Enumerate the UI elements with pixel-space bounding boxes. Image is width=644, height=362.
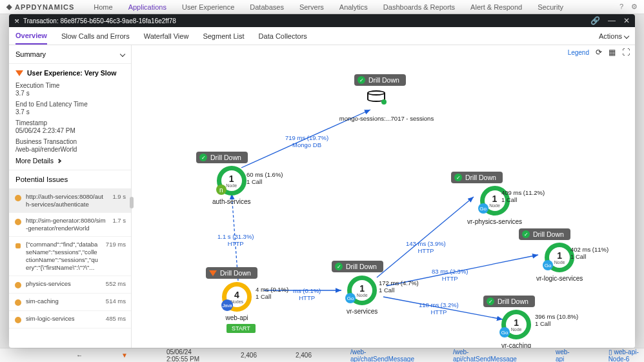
caching-label: vr-caching	[501, 342, 531, 348]
start-badge: START	[226, 324, 256, 333]
tab-segment-list[interactable]: Segment List	[203, 28, 244, 44]
summary-header[interactable]: Summary	[9, 45, 131, 64]
logic-label: vr-logic-services	[536, 275, 583, 282]
node-auth[interactable]: 1Node n auth-services	[212, 166, 250, 205]
nginx-badge-icon: n	[216, 185, 226, 195]
go-badge-icon: Go	[345, 293, 356, 303]
potential-issues-list: http://auth-services:8080/auth-services/…	[9, 189, 131, 348]
issue-text: sim-caching	[26, 297, 99, 305]
drilldown-physics[interactable]: ✓Drill Down	[451, 172, 503, 183]
tab-slow-calls[interactable]: Slow Calls and Errors	[61, 28, 130, 44]
tab-waterfall[interactable]: Waterfall View	[144, 28, 189, 44]
svg-point-1	[15, 219, 21, 225]
svg-rect-2	[15, 243, 21, 248]
tab-data-collectors[interactable]: Data Collectors	[259, 28, 307, 44]
modal-titlebar: ⤧ Transaction: 86e8f756-b650-46c3-9ae8-1…	[9, 14, 635, 27]
webapi-metrics: 4 ms (0.1%) 1 Call	[256, 286, 288, 300]
e2e-latency-label: End to End Latency Time	[15, 101, 125, 108]
transaction-modal: ⤧ Transaction: 86e8f756-b650-46c3-9ae8-1…	[9, 14, 635, 348]
nav-servers[interactable]: Servers	[299, 3, 324, 11]
auth-metrics: 60 ms (1.6%) 1 Call	[247, 171, 283, 185]
issue-text: physics-services	[26, 280, 99, 288]
branch-icon: ⤧	[14, 17, 19, 25]
issue-duration: 719 ms	[106, 241, 126, 248]
issue-duration: 485 ms	[106, 315, 126, 322]
drilldown-caching[interactable]: ✓Drill Down	[483, 296, 535, 307]
issue-duration: 552 ms	[106, 280, 126, 287]
modal-tabbar: Overview Slow Calls and Errors Waterfall…	[9, 27, 635, 45]
fullscreen-icon[interactable]: ⛶	[622, 48, 630, 57]
more-details-link[interactable]: More Details	[15, 157, 125, 165]
sidebar-resize-handle[interactable]	[130, 197, 134, 208]
link-icon[interactable]: 🔗	[590, 16, 600, 25]
flowmap-pane[interactable]: Legend ⟳ ▦ ⛶ ✓Drill Dow	[132, 45, 635, 348]
nav-home[interactable]: Home	[94, 3, 112, 11]
timestamp-label: Timestamp	[15, 119, 125, 126]
drilldown-logic[interactable]: ✓Drill Down	[519, 228, 570, 240]
node-vrservices[interactable]: 1Node Go vr-services	[347, 276, 377, 315]
service-icon	[14, 281, 22, 289]
bg-app-header: ◆ APPDYNAMICS Home Applications User Exp…	[0, 0, 644, 14]
minimize-icon[interactable]: —	[608, 16, 616, 25]
nav-alert[interactable]: Alert & Respond	[470, 3, 522, 11]
actions-menu[interactable]: Actions	[599, 32, 629, 40]
go-badge-icon: Go	[499, 327, 510, 337]
issue-text: {"command":"find","databaseName":"sessio…	[26, 241, 99, 272]
chevron-right-icon	[57, 158, 61, 163]
svg-point-4	[15, 299, 21, 306]
refresh-icon[interactable]: ⟳	[596, 48, 602, 57]
go-badge-icon: Go	[543, 260, 553, 270]
tab-overview[interactable]: Overview	[15, 28, 47, 45]
nav-analytics[interactable]: Analytics	[339, 3, 368, 11]
drilldown-auth[interactable]: ✓Drill Down	[196, 152, 248, 163]
issue-item[interactable]: {"command":"find","databaseName":"sessio…	[9, 237, 131, 276]
bg-footer-row: ← ▼ 05/06/24 2:05:55 PM 2,406 2,406 /web…	[0, 348, 644, 362]
drilldown-mongo[interactable]: ✓Drill Down	[354, 74, 406, 86]
edge-web-auth: 1.1 s (31.3%) HTTP	[217, 233, 254, 247]
db-call-icon	[14, 242, 22, 250]
database-icon	[367, 90, 385, 103]
fit-icon[interactable]: ▦	[609, 48, 616, 57]
legend-link[interactable]: Legend	[568, 49, 589, 56]
settings-icon[interactable]: ⚙	[631, 3, 638, 11]
vrservices-label: vr-services	[347, 308, 377, 315]
node-mongo[interactable]	[367, 90, 385, 103]
edge-vr-logic: 83 ms (2.3%) HTTP	[432, 268, 468, 282]
issue-item[interactable]: physics-services 552 ms	[9, 276, 131, 294]
drilldown-vrservices[interactable]: ✓Drill Down	[332, 261, 383, 272]
brand-logo: ◆ APPDYNAMICS	[6, 3, 74, 11]
timestamp-value: 05/06/24 2:23:47 PM	[15, 127, 125, 134]
issue-item[interactable]: http://auth-services:8080/auth-services/…	[9, 189, 131, 213]
nav-db[interactable]: Databases	[250, 3, 284, 11]
mongo-label: mongo-sessions:...7017 - sessions	[332, 115, 441, 122]
exec-time-value: 3.7 s	[15, 90, 125, 97]
potential-issues-header: Potential Issues	[9, 170, 131, 189]
issue-item[interactable]: sim-logic-services 485 ms	[9, 311, 131, 328]
help-icon[interactable]: ?	[619, 3, 623, 11]
edge-web-vr: ms (0.1%) HTTP	[293, 287, 321, 301]
nav-security[interactable]: Security	[538, 3, 563, 11]
very-slow-icon	[15, 70, 23, 76]
node-webapi[interactable]: 4Nodes Java web-api	[222, 282, 252, 321]
chevron-down-icon	[120, 52, 125, 57]
close-icon[interactable]: ✕	[623, 16, 630, 25]
nav-applications[interactable]: Applications	[128, 3, 166, 11]
svg-point-5	[15, 317, 21, 323]
webapi-label: web-api	[222, 314, 252, 321]
bt-link[interactable]: /web-api/renderWorld	[15, 146, 125, 153]
caching-metrics: 396 ms (10.8%) 1 Call	[535, 313, 578, 327]
issue-duration: 1.7 s	[112, 217, 126, 224]
nav-dashboards[interactable]: Dashboards & Reports	[383, 3, 455, 11]
auth-label: auth-services	[212, 198, 250, 205]
logic-metrics: 402 ms (11%) 1 Call	[570, 246, 609, 260]
flowmap-toolbar: Legend ⟳ ▦ ⛶	[568, 48, 630, 57]
issue-item[interactable]: sim-caching 514 ms	[9, 294, 131, 311]
e2e-latency-value: 3.7 s	[15, 108, 125, 116]
issue-item[interactable]: http://sim-generator:8080/sim-generator/…	[9, 213, 131, 237]
node-caching[interactable]: 1Node Go vr-caching	[501, 310, 531, 348]
drilldown-webapi[interactable]: Drill Down	[206, 267, 257, 279]
nav-ux[interactable]: User Experience	[182, 3, 234, 11]
http-call-icon	[14, 218, 22, 226]
svg-point-3	[15, 282, 21, 288]
issue-duration: 1.9 s	[112, 193, 126, 200]
